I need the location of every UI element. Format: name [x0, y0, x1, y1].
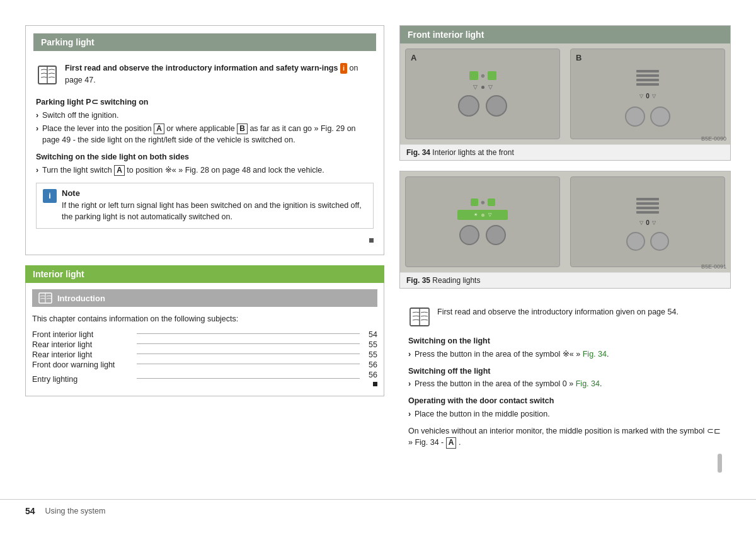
switch-off-text: Press the button in the area of the symb…: [415, 379, 602, 388]
toc-page-1: 55: [364, 340, 377, 349]
panel-b-reading: ▽ 0 ▽: [570, 176, 725, 267]
switch-off-step: Press the button in the area of the symb…: [408, 378, 722, 390]
sym-r1: ⊕: [481, 200, 485, 205]
switch-on-text: Press the button in the area of the symb…: [415, 350, 609, 359]
parking-bold: Parking light: [36, 98, 84, 106]
fig34-label: Fig. 34: [406, 148, 430, 157]
door-contact-section: Operating with the door contact switch P…: [408, 395, 722, 420]
door-bold: Operating with the door contact switch: [408, 395, 722, 407]
strip-dot: [481, 214, 484, 217]
side-step: Turn the light switch A to position ※« »…: [36, 164, 374, 176]
green-btn-a2: [488, 71, 496, 80]
toc-dots-0: [137, 333, 360, 334]
step2-pre: Place the lever into the position: [42, 124, 152, 133]
b-arrow: ▽: [639, 93, 643, 99]
note-content: Note If the right or left turn signal li…: [62, 188, 367, 224]
warn-bold: First read and observe the introductory …: [65, 64, 338, 72]
fig34-container: A ⊕ ▽ ▽: [400, 43, 730, 160]
knob-r2: [486, 225, 506, 245]
zero-label-b: 0: [646, 93, 650, 100]
front-interior-header: Front interior light: [400, 26, 730, 43]
side-box-a: A: [114, 165, 125, 176]
left-column: Parking light First read: [25, 25, 384, 480]
fig34-caption-text: Interior lights at the front: [432, 148, 513, 157]
knob-a2: [486, 95, 507, 117]
front-interior-section: Front interior light A ⊕: [399, 25, 731, 161]
toc-row-1: Rear interior light 55: [32, 340, 377, 349]
b-arrow2: ▽: [652, 93, 656, 99]
step1: Switch off the ignition.: [36, 110, 374, 122]
parking-section: Parking light First read: [25, 25, 384, 255]
monitor-box-a: A: [446, 437, 457, 449]
watermark2: B5E-0091: [701, 263, 726, 270]
side-step-text: Turn the light switch: [42, 166, 112, 175]
toc-page-0: 54: [364, 330, 377, 339]
book-icon: [36, 64, 59, 86]
arrow-sym2: ▽: [488, 84, 493, 90]
grille-b: [636, 70, 659, 86]
monitor-end: .: [459, 438, 461, 447]
fig34-link-2[interactable]: Fig. 34: [576, 379, 600, 388]
knob-r1: [459, 225, 479, 245]
intro-book-icon: [38, 292, 52, 304]
step2-mid: or where applicable: [166, 124, 234, 133]
switch-on-section: Switching on the light Press the button …: [408, 335, 722, 360]
side-bold: Switching on the side light on both side…: [36, 151, 374, 163]
knob-b2: [650, 106, 670, 127]
toc-dots-2: [137, 354, 360, 354]
fig35-caption-text: Reading lights: [432, 276, 480, 285]
fig34-caption: Fig. 34 Interior lights at the front: [400, 144, 730, 160]
panel-a-label: A: [411, 53, 416, 62]
parking-header: Parking light: [33, 33, 376, 51]
note-text: If the right or left turn signal light h…: [62, 200, 367, 224]
toc-page-2: 55: [364, 350, 377, 359]
green-r1: [471, 198, 478, 206]
toc-label-1: Rear interior light: [32, 340, 133, 349]
toc-page-4: 56: [364, 371, 377, 388]
knob-b1: [625, 106, 645, 127]
fig35-label: Fig. 35: [406, 276, 430, 285]
intro-desc: This chapter contains information on the…: [32, 313, 377, 325]
box-b: B: [237, 124, 248, 135]
switch-off-bold: Switching off the light: [408, 365, 722, 377]
right-book-icon: [408, 306, 431, 328]
parking-switch: switching on: [100, 98, 148, 106]
monitor-text-section: On vehicles without an interior monitor,…: [408, 425, 722, 449]
toc-dots-3: [137, 364, 360, 364]
parking-warn-box: First read and observe the introductory …: [36, 57, 374, 91]
knob-br2: [650, 232, 669, 251]
right-warn-box: First read and observe the introductory …: [408, 306, 722, 328]
right-column: Front interior light A ⊕: [399, 25, 731, 480]
strip-sym: ☀: [474, 212, 478, 217]
box-a: A: [154, 124, 164, 135]
br-arrow: ▽: [639, 220, 643, 226]
sym-label-a: ⊕: [481, 73, 485, 79]
intro-header: Introduction: [32, 289, 377, 307]
side-mid: to position ※« » Fig. 28 on page 48 and …: [127, 166, 324, 175]
br-arrow2: ▽: [652, 220, 656, 226]
note-box: i Note If the right or left turn signal …: [36, 183, 374, 229]
toc-row-4: Entry lighting 56: [32, 371, 377, 388]
page-number: 54: [25, 506, 35, 516]
scroll-bar: [718, 454, 722, 473]
switch-on-bold: Switching on the light: [408, 335, 722, 347]
dot-a: [481, 86, 484, 89]
fig34-link-1[interactable]: Fig. 34: [583, 350, 607, 359]
door-text: Place the button in the middle position.: [415, 410, 550, 418]
scroll-marker: [369, 238, 374, 243]
fig35-section: ⊕ ☀ ▽: [399, 171, 731, 289]
interior-section: Interior light Introduction This chapter…: [25, 265, 384, 396]
toc-label-2: Rear interior light: [32, 350, 133, 359]
toc-page-3: 56: [364, 360, 377, 369]
interior-header: Interior light: [25, 265, 384, 283]
switch-off-section: Switching off the light Press the button…: [408, 365, 722, 391]
toc-row-3: Front door warning light 56: [32, 360, 377, 369]
parking-warn-text: First read and observe the introductory …: [65, 62, 374, 86]
green-strip-reading: ☀ ▽: [457, 210, 508, 220]
arrow-sym: ▽: [473, 84, 478, 90]
toc-row-2: Rear interior light 55: [32, 350, 377, 359]
toc-dots-4: [137, 378, 360, 379]
fig35-image: ⊕ ☀ ▽: [400, 171, 730, 272]
green-btn-a1: [469, 71, 478, 80]
intro-label: Introduction: [57, 294, 105, 303]
